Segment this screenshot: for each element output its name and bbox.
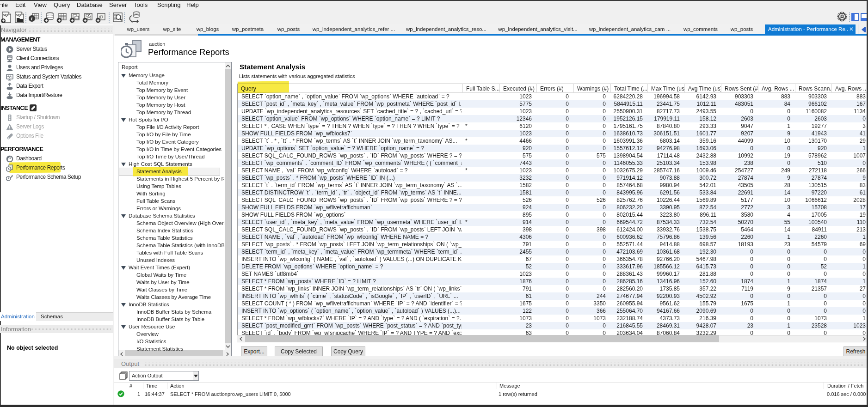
svg-text:f(): f() — [99, 14, 103, 19]
svg-text:SQL: SQL — [3, 13, 10, 17]
svg-text:SQL: SQL — [16, 13, 23, 17]
